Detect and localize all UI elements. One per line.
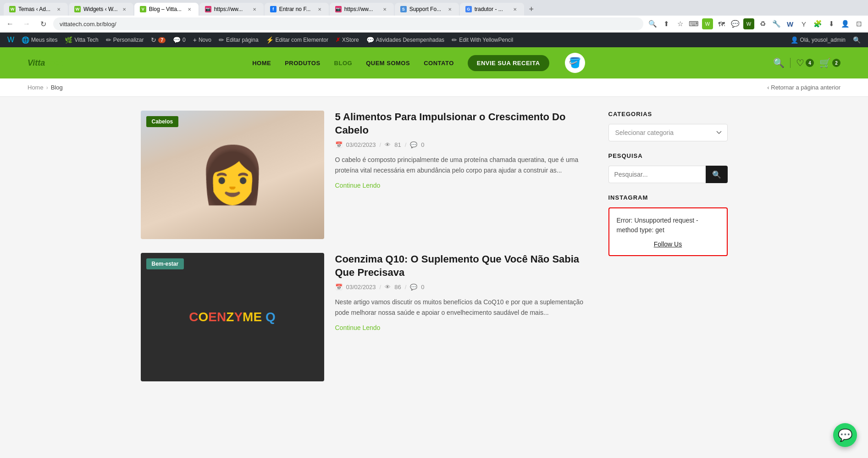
- extension2-icon[interactable]: 🗺: [716, 18, 727, 29]
- follow-us-link[interactable]: Follow Us: [617, 240, 719, 248]
- wishlist-button[interactable]: ♡ 4: [796, 57, 814, 68]
- tab-instagram1[interactable]: 📷 https://ww... ✕: [199, 3, 264, 16]
- post-meta-2: 📅 03/02/2023 / 👁 86 / 💬 0: [335, 284, 595, 290]
- tab-label: https://ww...: [214, 6, 248, 12]
- wp-search-toggle[interactable]: 🔍: [849, 33, 864, 47]
- forward-button[interactable]: →: [20, 17, 33, 30]
- search-icon[interactable]: 🔍: [647, 18, 658, 29]
- extension1-icon[interactable]: W: [702, 18, 713, 29]
- extension3-icon[interactable]: 💬: [730, 18, 741, 29]
- search-input[interactable]: [608, 166, 706, 183]
- breadcrumb: Home › Blog: [28, 84, 63, 91]
- tab-instagram2[interactable]: 📷 https://ww... ✕: [330, 3, 394, 16]
- site-logo[interactable]: Vitta Tech: [28, 58, 64, 68]
- tab-close-btn[interactable]: ✕: [381, 6, 388, 13]
- post-image-wrap-1[interactable]: Cabelos: [141, 111, 324, 239]
- tab-label: Temas ‹ Ad...: [18, 6, 52, 12]
- post-comment-icon-2: 💬: [410, 284, 417, 290]
- tab-favicon: 📷: [335, 6, 342, 12]
- categories-title: CATEGORIAS: [608, 111, 728, 117]
- cart-button[interactable]: 🛒 2: [819, 57, 840, 68]
- search-row: 🔍: [608, 166, 728, 183]
- extension7-icon[interactable]: Y: [798, 18, 809, 29]
- post-title-2[interactable]: Coenzima Q10: O Suplemento Que Você Não …: [335, 253, 595, 279]
- wp-user-greeting[interactable]: 👤 Olá, yousol_admin: [787, 33, 849, 47]
- post-excerpt-1: O cabelo é composto principalmente de um…: [335, 155, 595, 175]
- tab-close-btn[interactable]: ✕: [511, 6, 519, 13]
- tab-translator[interactable]: G tradutor - ... ✕: [460, 3, 524, 16]
- post-tag-2[interactable]: Bem-estar: [146, 258, 184, 269]
- logo-text-tech: Tech: [45, 58, 64, 68]
- cta-receita-button[interactable]: ENVIE SUA RECEITA: [468, 55, 549, 71]
- wp-customize[interactable]: ✏ Personalizar: [102, 33, 148, 47]
- address-bar: ← → ↻ 🔍 ⬆ ☆ ⌨ W 🗺 💬 W ♻ 🔧 W Y 🧩 ⬇ 👤 ⊡: [0, 16, 868, 33]
- nav-contato[interactable]: CONTATO: [424, 60, 454, 67]
- post-date-2: 03/02/2023: [346, 284, 376, 290]
- wp-my-sites[interactable]: 🌐 Meus sites: [18, 33, 61, 47]
- address-input[interactable]: [53, 17, 643, 30]
- post-image-wrap-2[interactable]: COENZYME Q Bem-estar: [141, 253, 324, 381]
- tab-close-btn[interactable]: ✕: [446, 6, 453, 13]
- read-more-2[interactable]: Continue Lendo: [335, 324, 381, 331]
- wp-new[interactable]: + Novo: [189, 33, 215, 47]
- nav-quem-somos[interactable]: QUEM SOMOS: [366, 60, 410, 67]
- post-date-icon: 📅: [335, 141, 343, 148]
- back-link[interactable]: ‹ Retornar a página anterior: [767, 84, 840, 91]
- wp-site-name[interactable]: 🌿 Vitta Tech: [61, 33, 102, 47]
- tab-widgets[interactable]: W Widgets ‹ W... ✕: [69, 3, 133, 16]
- tab-label: Entrar no F...: [279, 6, 313, 12]
- tab-blog[interactable]: V Blog – Vitta... ✕: [134, 3, 199, 16]
- read-more-1[interactable]: Continue Lendo: [335, 182, 381, 189]
- word-icon[interactable]: W: [785, 18, 796, 29]
- tab-close-btn[interactable]: ✕: [251, 6, 258, 13]
- tab-close-btn[interactable]: ✕: [316, 6, 323, 13]
- tab-facebook[interactable]: f Entrar no F... ✕: [265, 3, 329, 16]
- post-image-chem: COENZYME Q: [141, 253, 324, 381]
- wp-activities[interactable]: 💬 Atividades Desempenhadas: [363, 33, 448, 47]
- extension6-icon[interactable]: 🔧: [771, 18, 782, 29]
- tab-temas[interactable]: W Temas ‹ Ad... ✕: [4, 3, 68, 16]
- site-header: Vitta Tech HOME PRODUTOS BLOG QUEM SOMOS…: [0, 47, 868, 78]
- mortar-pestle-icon: 🪣: [565, 53, 585, 73]
- tab-close-btn[interactable]: ✕: [186, 6, 193, 13]
- search-toggle[interactable]: 🔍: [773, 57, 785, 68]
- extensions-icon[interactable]: 🧩: [812, 18, 823, 29]
- tab-support[interactable]: S Support Fo... ✕: [395, 3, 459, 16]
- back-button[interactable]: ←: [4, 17, 17, 30]
- post-views-2: 86: [394, 284, 401, 290]
- wp-comments[interactable]: 💬 0: [169, 33, 189, 47]
- tab-close-btn[interactable]: ✕: [55, 6, 62, 13]
- search-submit-button[interactable]: 🔍: [706, 166, 728, 183]
- new-tab-button[interactable]: +: [525, 3, 538, 16]
- post-date-icon-2: 📅: [335, 284, 343, 290]
- instagram-error-box: Error: Unsupported request - method type…: [608, 207, 728, 256]
- tab-close-btn[interactable]: ✕: [121, 6, 128, 13]
- wp-logo[interactable]: W: [4, 33, 18, 47]
- post-title-1[interactable]: 5 Alimentos Para Impulsionar o Crescimen…: [335, 111, 595, 137]
- refresh-button[interactable]: ↻: [37, 17, 50, 30]
- nav-blog[interactable]: BLOG: [334, 60, 353, 67]
- wp-elementor[interactable]: ⚡ Editar com Elementor: [262, 33, 332, 47]
- nav-produtos[interactable]: PRODUTOS: [285, 60, 320, 67]
- downloads-icon[interactable]: ⬇: [826, 18, 837, 29]
- post-views-icon: 👁: [385, 141, 391, 148]
- wp-edit-page[interactable]: ✏ Editar página: [215, 33, 262, 47]
- nav-home[interactable]: HOME: [252, 60, 271, 67]
- wp-updates[interactable]: ↻ 7: [147, 33, 169, 47]
- wp-xstore[interactable]: ✗ XStore: [332, 33, 363, 47]
- category-select[interactable]: Selecionar categoria: [608, 124, 728, 141]
- profile-icon[interactable]: 👤: [840, 18, 851, 29]
- site-nav: HOME PRODUTOS BLOG QUEM SOMOS CONTATO EN…: [252, 53, 585, 73]
- tab-label: https://ww...: [344, 6, 378, 12]
- bookmark-icon[interactable]: ☆: [674, 18, 686, 29]
- wp-yellow-pencil[interactable]: ✏ Edit With YellowPencil: [448, 33, 517, 47]
- tab-favicon: S: [400, 6, 407, 12]
- extension5-icon[interactable]: ♻: [757, 18, 768, 29]
- post-tag-1[interactable]: Cabelos: [146, 116, 179, 127]
- sidebar-instagram: INSTAGRAM Error: Unsupported request - m…: [608, 194, 728, 256]
- breadcrumb-home[interactable]: Home: [28, 84, 44, 91]
- devtools-icon[interactable]: ⌨: [688, 18, 699, 29]
- window-icon[interactable]: ⊡: [853, 18, 864, 29]
- share-icon[interactable]: ⬆: [661, 18, 672, 29]
- extension4-icon[interactable]: W: [743, 18, 754, 29]
